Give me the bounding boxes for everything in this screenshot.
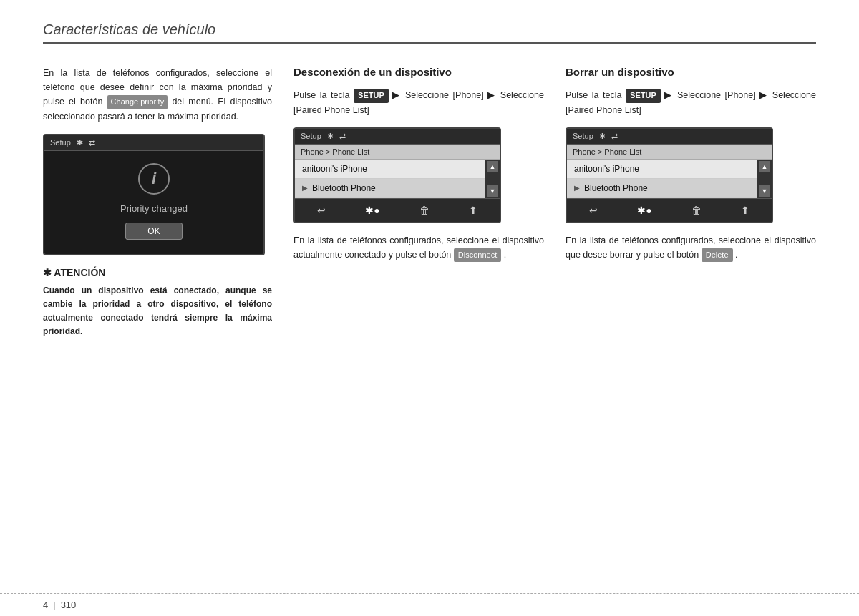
right-bluetooth-settings-icon[interactable]: ✱● xyxy=(633,203,656,217)
upload-icon[interactable]: ⬆ xyxy=(465,203,482,217)
right-section-title: Borrar un dispositivo xyxy=(566,66,816,78)
mid-breadcrumb: Phone > Phone List xyxy=(295,145,500,160)
right-phone-list-items: anitooni's iPhone ▶ Bluetooth Phone xyxy=(567,160,757,198)
right-scroll-bar: ▲ ▼ xyxy=(757,160,772,198)
page-footer: 4 | 310 xyxy=(0,593,859,616)
delete-button[interactable]: Delete xyxy=(702,248,733,263)
mid-screenshot-header: Setup ✱ ⇄ xyxy=(295,129,500,145)
right-upload-icon[interactable]: ⬆ xyxy=(737,203,754,217)
page-title: Características de vehículo xyxy=(43,21,215,37)
ok-button[interactable]: OK xyxy=(125,223,182,240)
right-setup-label: Setup xyxy=(573,132,593,140)
col-left: En la lista de teléfonos configurados, s… xyxy=(43,66,272,338)
col-right: Borrar un dispositivo Pulse la tecla SET… xyxy=(566,66,816,262)
right-scroll-down-button[interactable]: ▼ xyxy=(759,185,770,197)
item-arrow-icon: ▶ xyxy=(574,184,580,192)
scroll-down-button[interactable]: ▼ xyxy=(487,185,498,197)
mid-setup-label: Setup xyxy=(301,132,321,140)
mid-phone-list-items: anitooni's iPhone ▶ Bluetooth Phone xyxy=(295,160,485,198)
scroll-bar: ▲ ▼ xyxy=(485,160,500,198)
page-container: Características de vehículo En la lista … xyxy=(0,0,859,367)
list-item[interactable]: anitooni's iPhone xyxy=(567,160,757,179)
mid-action-text: En la lista de teléfonos configurados, s… xyxy=(293,233,544,263)
right-instruction: Pulse la tecla SETUP ▶ Seleccione [Phone… xyxy=(566,88,816,117)
right-scroll-up-button[interactable]: ▲ xyxy=(759,161,770,172)
right-breadcrumb: Phone > Phone List xyxy=(567,145,772,160)
setup-screenshot: Setup ✱ ⇄ i Priority changed OK xyxy=(43,134,265,255)
delete-icon[interactable]: 🗑 xyxy=(415,203,434,217)
setup-label: Setup xyxy=(50,138,71,147)
mid-phone-screenshot: Setup ✱ ⇄ Phone > Phone List anitooni's … xyxy=(293,127,501,223)
col-mid: Desconexión de un dispositivo Pulse la t… xyxy=(293,66,544,262)
right-action-text: En la lista de teléfonos configurados, s… xyxy=(566,233,816,263)
disconnect-button[interactable]: Disconnect xyxy=(454,248,501,263)
change-priority-button[interactable]: Change priority xyxy=(107,95,168,109)
screenshot-body: i Priority changed OK xyxy=(120,163,188,240)
page-header: Características de vehículo xyxy=(43,21,816,44)
content-columns: En la lista de teléfonos configurados, s… xyxy=(43,66,816,338)
back-icon[interactable]: ↩ xyxy=(313,203,330,217)
right-bt-icon: ✱ xyxy=(599,132,606,141)
item-arrow-icon: ▶ xyxy=(302,184,308,192)
bt-icon: ✱ xyxy=(77,138,83,147)
right-phone-screenshot: Setup ✱ ⇄ Phone > Phone List anitooni's … xyxy=(566,127,773,223)
scroll-up-button[interactable]: ▲ xyxy=(487,161,498,172)
bluetooth-settings-icon[interactable]: ✱● xyxy=(361,203,384,217)
page-number: 4 | 310 xyxy=(43,600,76,610)
mid-bottom-bar: ↩ ✱● 🗑 ⬆ xyxy=(295,198,500,222)
attention-text: Cuando un dispositivo está conectado, au… xyxy=(43,284,272,339)
page-divider: | xyxy=(53,600,55,610)
right-bottom-bar: ↩ ✱● 🗑 ⬆ xyxy=(567,198,772,222)
left-intro-text: En la lista de teléfonos configurados, s… xyxy=(43,66,272,124)
setup-badge-right: SETUP xyxy=(626,89,661,103)
list-item[interactable]: anitooni's iPhone xyxy=(295,160,485,179)
usb-icon: ⇄ xyxy=(89,138,95,147)
list-item[interactable]: ▶ Bluetooth Phone xyxy=(295,179,485,198)
attention-title: ✱ ATENCIÓN xyxy=(43,267,272,278)
mid-phone-list-row: anitooni's iPhone ▶ Bluetooth Phone ▲ ▼ xyxy=(295,160,500,198)
right-screenshot-header: Setup ✱ ⇄ xyxy=(567,129,772,145)
mid-section-title: Desconexión de un dispositivo xyxy=(293,66,544,78)
list-item[interactable]: ▶ Bluetooth Phone xyxy=(567,179,757,198)
mid-usb-icon: ⇄ xyxy=(339,132,346,141)
right-delete-icon[interactable]: 🗑 xyxy=(687,203,706,217)
mid-instruction: Pulse la tecla SETUP ▶ Seleccione [Phone… xyxy=(293,88,544,117)
setup-badge-mid: SETUP xyxy=(354,89,389,103)
screenshot-header: Setup ✱ ⇄ xyxy=(44,135,263,151)
right-phone-list-row: anitooni's iPhone ▶ Bluetooth Phone ▲ ▼ xyxy=(567,160,772,198)
priority-changed-text: Priority changed xyxy=(120,203,188,214)
mid-bt-icon: ✱ xyxy=(327,132,334,141)
right-back-icon[interactable]: ↩ xyxy=(585,203,602,217)
info-circle: i xyxy=(138,163,170,195)
right-usb-icon: ⇄ xyxy=(611,132,618,141)
